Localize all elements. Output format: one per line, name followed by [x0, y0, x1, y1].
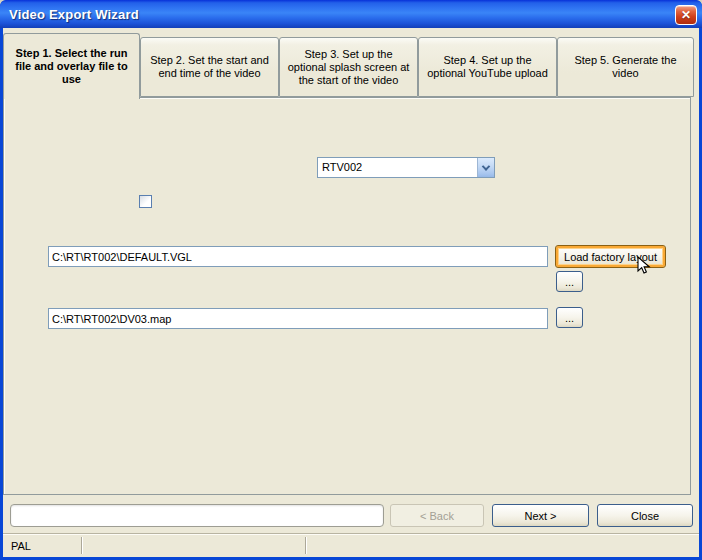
tab-step-5-label: Step 5. Generate the video [563, 54, 688, 80]
back-button[interactable]: < Back [390, 504, 484, 527]
tab-step-3[interactable]: Step 3. Set up the optional splash scree… [279, 37, 418, 97]
run-file-selected-value: RTV002 [318, 158, 477, 177]
tab-step-1[interactable]: Step 1. Select the run file and overlay … [3, 33, 140, 99]
tab-step-4-label: Step 4. Set up the optional YouTube uplo… [424, 54, 551, 80]
tab-step-4[interactable]: Step 4. Set up the optional YouTube uplo… [418, 37, 557, 97]
title-bar: Video Export Wizard ✕ [0, 0, 702, 28]
close-icon: ✕ [681, 9, 691, 21]
run-file-dropdown-button[interactable] [477, 158, 494, 177]
tab-step-5[interactable]: Step 5. Generate the video [557, 37, 694, 97]
status-bar: PAL [3, 533, 699, 557]
browse-overlay-button[interactable]: ... [556, 271, 583, 292]
next-button-label: Next > [524, 510, 556, 522]
tab-step-2-label: Step 2. Set the start and end time of th… [146, 54, 273, 80]
close-button[interactable]: ✕ [675, 5, 697, 25]
tab-step-1-label: Step 1. Select the run file and overlay … [9, 47, 134, 86]
close-dialog-label: Close [631, 510, 659, 522]
status-bar-divider [81, 537, 83, 554]
run-file-combobox[interactable]: RTV002 [317, 157, 495, 178]
window-title: Video Export Wizard [9, 7, 139, 22]
browse-map-button[interactable]: ... [556, 307, 583, 328]
video-export-wizard-window: Video Export Wizard ✕ Step 1. Select the… [0, 0, 702, 560]
status-panel-video-standard: PAL [11, 540, 31, 552]
browse-overlay-label: ... [565, 276, 574, 288]
do-not-overlay-checkbox[interactable] [139, 195, 152, 208]
mouse-cursor [637, 256, 651, 278]
close-dialog-button[interactable]: Close [597, 504, 693, 527]
status-bar-divider [305, 537, 307, 554]
browse-map-label: ... [565, 312, 574, 324]
overlay-path-input[interactable] [48, 246, 548, 267]
next-button[interactable]: Next > [492, 504, 589, 527]
progress-bar [10, 504, 384, 527]
dialog-client-area: Step 1. Select the run file and overlay … [3, 28, 699, 557]
back-button-label: < Back [420, 510, 454, 522]
tab-step-3-label: Step 3. Set up the optional splash scree… [285, 48, 412, 87]
map-path-input[interactable] [48, 308, 548, 329]
chevron-down-icon [482, 162, 490, 170]
tab-step-2[interactable]: Step 2. Set the start and end time of th… [140, 37, 279, 97]
